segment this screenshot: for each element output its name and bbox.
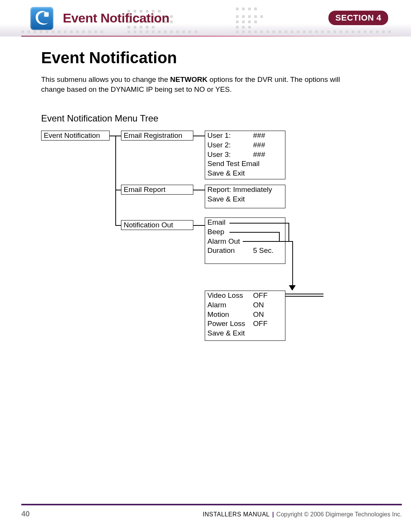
tree-item: Report: Immediately xyxy=(207,185,283,195)
tree-line xyxy=(115,136,116,225)
tree-line xyxy=(193,225,205,226)
page-number: 40 xyxy=(21,510,30,518)
subheading: Event Notification Menu Tree xyxy=(41,113,402,124)
header-divider xyxy=(21,36,402,37)
tree-item-value: ### xyxy=(253,141,265,150)
tree-item-key: Duration xyxy=(207,246,253,256)
page-header: Event Notification SECTION 4 xyxy=(0,0,411,37)
tree-root-label: Event Notification xyxy=(44,131,100,139)
tree-item-value: ON xyxy=(253,300,264,310)
tree-line xyxy=(115,225,121,226)
tree-line xyxy=(285,296,323,297)
section-badge: SECTION 4 xyxy=(328,11,388,25)
tree-branch-label: Notification Out xyxy=(124,221,173,229)
intro-paragraph: This submenu allows you to change the NE… xyxy=(41,75,357,94)
tree-item: Send Test Email xyxy=(207,159,283,169)
dots-decoration xyxy=(236,26,251,29)
header-title: Event Notification xyxy=(63,11,169,26)
dots-decoration xyxy=(236,8,257,10)
page-content: Event Notification This submenu allows y… xyxy=(21,42,402,344)
tree-item-key: Alarm xyxy=(207,300,253,310)
dots-decoration xyxy=(236,30,391,33)
svg-rect-0 xyxy=(44,12,49,17)
brand-logo-icon xyxy=(30,7,53,30)
content-title: Event Notification xyxy=(41,49,402,67)
tree-item-key: User 1: xyxy=(207,131,253,141)
footer-copyright: Copyright © 2006 Digimerge Technologies … xyxy=(276,511,402,518)
tree-item: Save & Exit xyxy=(207,195,283,204)
tree-detail-box: Email Beep Alarm Out Duration5 Sec. xyxy=(205,217,285,264)
menu-tree-diagram: Event Notification Email Registration Us… xyxy=(41,131,402,344)
tree-line xyxy=(229,223,288,224)
page-footer: 40 INSTALLERS MANUAL | Copyright © 2006 … xyxy=(21,510,402,518)
tree-item-value: ON xyxy=(253,310,264,320)
tree-item: Save & Exit xyxy=(207,329,283,338)
tree-branch-box: Email Report xyxy=(121,185,193,195)
tree-line xyxy=(243,241,292,242)
tree-line xyxy=(110,136,115,136)
intro-text: This submenu allows you to change the xyxy=(41,75,170,83)
tree-item-key: Power Loss xyxy=(207,319,253,329)
tree-item: Save & Exit xyxy=(207,169,283,178)
tree-branch-label: Email Registration xyxy=(124,131,182,139)
tree-line xyxy=(288,223,289,241)
tree-line xyxy=(292,241,293,290)
tree-root-box: Event Notification xyxy=(41,131,110,141)
tree-item-value: 5 Sec. xyxy=(253,246,274,256)
tree-line xyxy=(285,294,323,294)
intro-bold: NETWORK xyxy=(170,75,207,83)
dots-decoration xyxy=(236,15,263,18)
tree-detail-box: Video LossOFF AlarmON MotionON Power Los… xyxy=(205,291,285,341)
tree-line xyxy=(193,136,205,136)
tree-branch-label: Email Report xyxy=(124,185,166,193)
dots-decoration xyxy=(21,30,103,33)
tree-detail-box: User 1:### User 2:### User 3:### Send Te… xyxy=(205,131,285,179)
dots-decoration xyxy=(127,26,155,29)
tree-item-value: ### xyxy=(253,150,265,160)
footer-text: INSTALLERS MANUAL | Copyright © 2006 Dig… xyxy=(202,511,402,518)
dots-decoration xyxy=(127,30,197,33)
footer-manual-name: INSTALLERS MANUAL xyxy=(202,511,269,518)
tree-detail-box: Report: Immediately Save & Exit xyxy=(205,185,285,208)
tree-item-value: ### xyxy=(253,131,265,141)
tree-item-key: Video Loss xyxy=(207,291,253,300)
tree-line xyxy=(115,190,121,190)
svg-marker-1 xyxy=(289,285,296,291)
tree-item-key: User 3: xyxy=(207,150,253,160)
tree-line xyxy=(193,190,205,190)
tree-item-value: OFF xyxy=(253,319,268,329)
tree-item-value: OFF xyxy=(253,291,268,300)
tree-item-key: Motion xyxy=(207,310,253,320)
dots-decoration xyxy=(236,21,257,23)
tree-item-key: User 2: xyxy=(207,141,253,150)
footer-divider xyxy=(21,504,402,505)
tree-branch-box: Notification Out xyxy=(121,220,193,230)
arrow-down-icon xyxy=(289,285,296,291)
tree-line xyxy=(229,232,279,233)
tree-line xyxy=(115,136,121,136)
footer-separator: | xyxy=(272,511,274,518)
tree-branch-box: Email Registration xyxy=(121,131,193,141)
tree-line xyxy=(279,232,280,241)
